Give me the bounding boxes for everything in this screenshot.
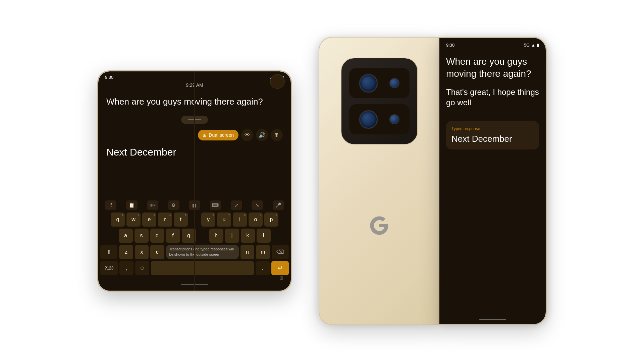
- scene: 9:30 5G ▲ ▮ 9:29 AM When are you guys mo…: [0, 0, 644, 362]
- num-toggle-label: ?123: [105, 266, 114, 270]
- emoji-icon: ☺: [140, 265, 145, 271]
- outer-typed-box: Typed response Next December: [446, 121, 539, 149]
- keyboard-toggle-icon: ⠿: [109, 202, 112, 208]
- outer-status-bar: 9:30 5G ▲ ▮: [439, 38, 546, 50]
- speaker-icon: 🔊: [259, 132, 265, 138]
- outer-screen: 9:30 5G ▲ ▮ When are you guys moving the…: [439, 37, 547, 325]
- key-i[interactable]: i8: [233, 213, 247, 227]
- shrink-btn[interactable]: ⤡: [252, 200, 263, 210]
- gif-label: GIF: [150, 203, 156, 207]
- key-u[interactable]: u7: [217, 213, 231, 227]
- camera-secondary-lens: [389, 78, 399, 88]
- delete-icon: ⌫: [276, 249, 284, 255]
- speaker-button[interactable]: 🔊: [256, 129, 268, 141]
- key-w[interactable]: w2: [126, 213, 141, 227]
- clipboard-icon: 📋: [129, 202, 135, 208]
- key-d[interactable]: d: [150, 229, 164, 243]
- keyboard-toggle-btn[interactable]: ⠿: [105, 200, 116, 210]
- dual-screen-button[interactable]: ⊞ Dual screen: [198, 130, 238, 140]
- camera-bottom-group: [349, 104, 410, 134]
- shift-icon: ⬆: [107, 249, 111, 255]
- google-logo: [368, 214, 391, 237]
- fold-status-time: 9:30: [105, 75, 113, 80]
- key-k[interactable]: k: [241, 229, 255, 243]
- outer-signal-icon: ▲: [531, 43, 535, 48]
- key-a[interactable]: a: [119, 229, 133, 243]
- dual-screen-icon: ⊞: [203, 132, 207, 138]
- key-y[interactable]: y6: [201, 213, 215, 227]
- fold-phone: 9:30 5G ▲ ▮ 9:29 AM When are you guys mo…: [97, 70, 292, 292]
- eye-icon: 👁: [245, 132, 250, 138]
- comma-label: ,: [126, 265, 127, 271]
- outer-status-icons: 5G ▲ ▮: [524, 43, 539, 48]
- key-x[interactable]: x: [135, 245, 149, 259]
- key-n[interactable]: n: [240, 245, 254, 259]
- outer-camera-dot: [491, 43, 495, 47]
- outer-response-text: That's great, I hope things go well: [446, 87, 539, 108]
- space-key[interactable]: [151, 261, 254, 275]
- comma-key[interactable]: ,: [119, 261, 133, 275]
- tooltip-text: Transcriptions and typed responses will …: [169, 247, 234, 256]
- trash-button[interactable]: 🗑: [271, 129, 283, 141]
- right-section: 9:30 5G ▲ ▮ When are you guys moving the…: [319, 37, 547, 325]
- outer-typed-text: Next December: [451, 134, 534, 144]
- outer-battery-icon: ▮: [537, 43, 539, 48]
- key-s[interactable]: s: [135, 229, 149, 243]
- camera-main-lens: [359, 74, 378, 93]
- keyboard-handle-icon: ⊞: [279, 275, 283, 281]
- enter-key[interactable]: ↵: [271, 261, 289, 275]
- camera-module: [341, 58, 418, 145]
- eye-button[interactable]: 👁: [241, 129, 253, 141]
- enter-icon: ↵: [278, 264, 283, 272]
- outer-content: When are you guys moving there again? Th…: [439, 50, 546, 316]
- expand-icon: ⤢: [234, 202, 238, 208]
- key-p[interactable]: p0: [264, 213, 278, 227]
- outer-home-bar: [479, 319, 506, 320]
- dot-label: .: [262, 265, 263, 271]
- key-h[interactable]: h: [209, 229, 223, 243]
- key-m[interactable]: m: [256, 245, 270, 259]
- emoji-key[interactable]: ☺: [135, 261, 149, 275]
- fold-hinge: [194, 71, 195, 291]
- mic-icon: 🎤: [275, 202, 281, 208]
- trash-icon: 🗑: [274, 132, 279, 138]
- key-t[interactable]: t5: [174, 213, 188, 227]
- keyboard-tooltip: Transcriptions and typed responses will …: [166, 245, 239, 259]
- expand-btn[interactable]: ⤢: [231, 200, 242, 210]
- dual-screen-label: Dual screen: [209, 132, 234, 138]
- keyboard-gap-2: [198, 229, 208, 243]
- translate-icon: ⌨: [212, 202, 219, 208]
- outer-status-time: 9:30: [446, 43, 454, 48]
- camera-third-lens: [359, 110, 378, 129]
- outer-network-icon: 5G: [524, 43, 530, 48]
- key-z[interactable]: z: [119, 245, 133, 259]
- key-o[interactable]: o9: [249, 213, 263, 227]
- clipboard-btn[interactable]: 📋: [126, 200, 138, 210]
- key-j[interactable]: j: [225, 229, 239, 243]
- outer-question-text: When are you guys moving there again?: [446, 56, 539, 80]
- key-f[interactable]: f: [166, 229, 180, 243]
- shift-key[interactable]: ⬆: [100, 245, 117, 259]
- num-toggle-key[interactable]: ?123: [100, 261, 118, 275]
- delete-key[interactable]: ⌫: [272, 245, 289, 259]
- gear-icon: ⚙: [171, 202, 176, 208]
- key-g[interactable]: g: [182, 229, 196, 243]
- shrink-icon: ⤡: [255, 202, 259, 208]
- settings-btn[interactable]: ⚙: [168, 200, 179, 210]
- key-c[interactable]: c: [150, 245, 164, 259]
- gif-btn[interactable]: GIF: [147, 200, 158, 210]
- fold-camera-pill: [270, 74, 285, 89]
- outer-typed-label: Typed response: [451, 126, 534, 131]
- key-r[interactable]: r4: [158, 213, 172, 227]
- camera-flash: [389, 114, 399, 124]
- fold-phone-inner: 9:30 5G ▲ ▮ 9:29 AM When are you guys mo…: [98, 71, 291, 291]
- key-l[interactable]: l: [257, 229, 271, 243]
- key-q[interactable]: q1: [111, 213, 125, 227]
- translate-btn[interactable]: ⌨: [210, 200, 221, 210]
- dot-key[interactable]: .: [256, 261, 270, 275]
- camera-top-group: [349, 68, 410, 98]
- key-e[interactable]: e3: [142, 213, 156, 227]
- back-panel: [319, 37, 439, 325]
- mic-btn[interactable]: 🎤: [273, 200, 284, 210]
